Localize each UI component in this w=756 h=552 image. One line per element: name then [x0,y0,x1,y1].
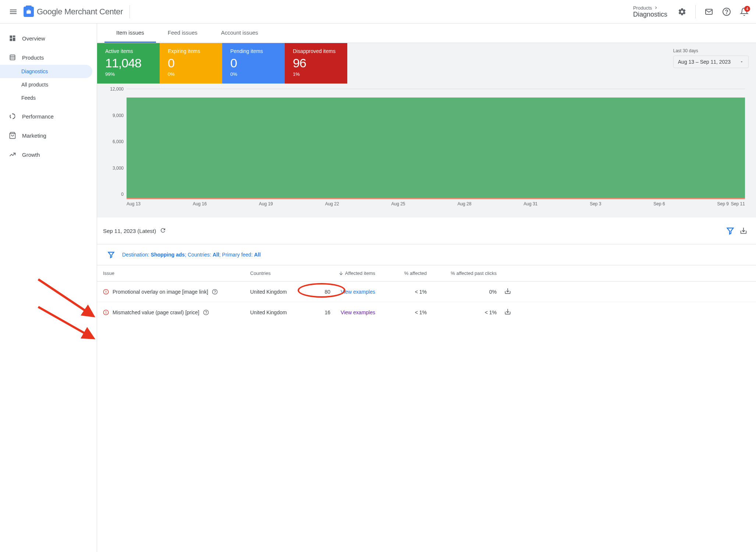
download-row-icon[interactable] [504,308,511,315]
col-header-pct-affected[interactable]: % affected [375,270,427,276]
issues-table: Issue Countries Affected items % affecte… [97,265,756,322]
table-header-row: Issue Countries Affected items % affecte… [97,265,756,282]
mail-button[interactable] [702,4,716,19]
cell-pct-clicks: 0% [427,289,497,295]
download-row-icon[interactable] [504,287,511,295]
stat-value: 0 [168,56,214,70]
svg-point-6 [10,114,15,118]
sidebar-item-performance[interactable]: Performance [0,109,92,124]
notifications-button[interactable]: 4 [737,4,752,19]
settings-button[interactable] [675,4,689,19]
view-examples-link[interactable]: View examples [341,309,375,315]
date-range-value: Aug 13 – Sep 11, 2023 [678,59,731,65]
arrow-down-icon [338,271,344,276]
list-icon [9,54,16,61]
cell-affected-count: 16 [325,309,331,315]
chart-x-axis: Aug 13 Aug 16 Aug 19 Aug 22 Aug 25 Aug 2… [127,201,745,206]
col-header-pct-clicks[interactable]: % affected past clicks [427,270,497,276]
cell-countries: United Kingdom [250,289,309,295]
svg-marker-9 [109,252,114,258]
sidebar-item-label: Marketing [22,132,46,139]
stat-card-disapproved[interactable]: Disapproved items 96 1% [285,43,347,84]
logo[interactable]: Google Merchant Center [24,7,123,17]
filter-icon[interactable] [107,251,115,258]
notifications-badge: 4 [744,6,750,12]
help-button[interactable] [719,4,734,19]
stat-value: 96 [293,56,339,70]
cell-affected-count: 80 [325,289,331,295]
diagnostic-tabs: Item issues Feed issues Account issues [97,24,756,43]
sidebar-item-label: Diagnostics [21,68,48,74]
download-button[interactable] [737,224,750,237]
chart-plot-area[interactable] [127,89,745,199]
header-divider [129,5,130,18]
tab-feed-issues[interactable]: Feed issues [156,24,209,43]
error-icon [103,309,109,315]
cell-pct-clicks: < 1% [427,309,497,315]
sidebar-item-growth[interactable]: Growth [0,147,92,162]
col-header-affected[interactable]: Affected items [309,270,375,276]
app-header: Google Merchant Center Products Diagnost… [0,0,756,24]
refresh-button[interactable] [160,227,166,235]
svg-point-12 [106,293,106,293]
hamburger-menu-button[interactable] [4,3,22,21]
table-row: Promotional overlay on image [image link… [97,282,756,302]
error-icon [103,289,109,295]
sidebar-item-label: Growth [22,152,40,158]
svg-point-2 [727,13,727,14]
sidebar-item-products[interactable]: Products [0,50,92,65]
gear-icon [678,7,686,16]
help-icon[interactable] [203,309,209,315]
latest-snapshot-bar: Sep 11, 2023 (Latest) [97,217,756,244]
table-row: Mismatched value (page crawl) [price] Un… [97,302,756,322]
filter-button[interactable] [724,224,737,237]
sidebar-item-overview[interactable]: Overview [0,31,92,46]
donut-icon [9,113,16,120]
view-examples-link[interactable]: View examples [341,289,375,295]
chart-series-active [127,98,745,199]
filter-icon [726,227,734,235]
stat-label: Pending items [230,48,277,54]
help-icon[interactable] [212,289,218,295]
breadcrumb-parent: Products [633,5,652,11]
col-header-issue[interactable]: Issue [103,270,250,276]
merchant-center-logo-icon [24,7,34,17]
trend-up-icon [9,151,16,158]
stat-percent: 99% [105,71,152,77]
caret-down-icon [739,60,744,64]
svg-point-17 [106,314,106,314]
stat-card-active[interactable]: Active items 11,048 99% [97,43,160,84]
refresh-icon [160,227,166,234]
stat-percent: 1% [293,71,339,77]
date-range-label: Last 30 days [673,48,749,53]
date-range-picker[interactable]: Aug 13 – Sep 11, 2023 [673,56,749,68]
filter-chips-text[interactable]: Destination: Shopping ads; Countries: Al… [122,252,261,258]
help-icon [722,7,731,16]
tab-item-issues[interactable]: Item issues [104,24,156,43]
sidebar-item-all-products[interactable]: All products [0,78,92,91]
sidebar-item-feeds[interactable]: Feeds [0,91,92,105]
stat-percent: 0% [168,71,214,77]
chart-series-disapproved [127,198,745,199]
header-divider [695,5,696,18]
col-header-countries[interactable]: Countries [250,270,309,276]
breadcrumb[interactable]: Products Diagnostics [633,5,667,18]
stat-percent: 0% [230,71,277,77]
stat-card-pending[interactable]: Pending items 0 0% [222,43,285,84]
sidebar-item-label: Performance [22,113,54,120]
mail-icon [704,7,713,16]
shopping-bag-icon [9,132,16,139]
sidebar-item-marketing[interactable]: Marketing [0,128,92,143]
chevron-right-icon [653,5,659,10]
tab-account-issues[interactable]: Account issues [209,24,270,43]
stat-value: 11,048 [105,56,152,70]
sidebar-item-diagnostics[interactable]: Diagnostics [0,65,92,78]
cell-pct-affected: < 1% [375,309,427,315]
stat-value: 0 [230,56,277,70]
cell-countries: United Kingdom [250,309,309,315]
stat-card-expiring[interactable]: Expiring items 0 0% [160,43,222,84]
cell-pct-affected: < 1% [375,289,427,295]
chart-y-axis: 12,000 9,000 6,000 3,000 0 [108,89,127,199]
svg-point-14 [215,293,215,293]
svg-rect-3 [10,55,15,60]
